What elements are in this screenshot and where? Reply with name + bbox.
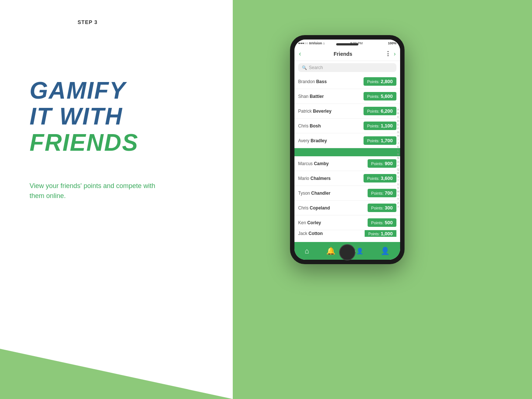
alpha-p[interactable]: P [397,164,399,167]
friend-name: Jack Cotton [298,231,323,236]
alpha-m[interactable]: M [397,153,399,156]
right-panel: ●●●○○ InVision ⌂ 8:00 PM 100% ‹ Friends … [233,0,532,399]
back-button[interactable]: ‹ [299,50,301,58]
alpha-s[interactable]: S [397,175,399,178]
friend-name: Brandon Bass [298,79,327,84]
list-item[interactable]: Mario Chalmers Points: 3,600 [294,171,400,186]
profile-tab-icon[interactable]: 👤 [381,246,390,255]
step-label: STEP 3 [78,19,98,25]
alpha-q[interactable]: Q [397,168,399,171]
alpha-d[interactable]: D [397,119,399,123]
alpha-y[interactable]: Y [397,197,399,201]
list-item[interactable]: Chris Bosh Points: 1,100 [294,119,400,133]
points-badge: Points: 1,700 [364,136,396,145]
alpha-hash[interactable]: # [398,205,399,208]
alpha-z[interactable]: Z [398,201,399,205]
headline: GAMIFY IT WITH FRIENDS [30,78,139,156]
section-divider-c [294,148,400,156]
subtext: View your friends' points and compete wi… [30,181,159,201]
search-icon: 🔍 [302,65,307,70]
list-item[interactable]: Shan Battier Points: 5,600 [294,89,400,104]
points-badge: Points: 900 [368,159,396,168]
alpha-b[interactable]: B [397,112,399,115]
friends-list: Brandon Bass Points: 2,800 Shan Battier … [294,74,400,242]
list-item[interactable]: Tyson Chandler Points: 700 [294,186,400,201]
list-item[interactable]: Avery Bradley Points: 1,700 [294,133,400,148]
nav-title: Friends [334,51,352,57]
list-item[interactable]: Jack Cotton Points: 1,000 [294,230,400,237]
points-badge: Points: 1,100 [364,122,396,130]
alpha-j[interactable]: J [398,141,399,145]
section-c-friends: Marcus Camby Points: 900 Mario Chalmers … [294,156,400,237]
nav-right-buttons: ⋮ › [385,50,396,57]
alpha-f[interactable]: F [398,127,399,130]
alpha-k[interactable]: K [397,145,399,149]
friend-name: Shan Battier [298,94,324,99]
search-input-wrapper[interactable]: 🔍 Search [298,63,396,72]
alpha-t[interactable]: T [398,179,399,182]
points-badge: Points: 700 [368,189,396,197]
alpha-a[interactable]: A [397,108,399,111]
friend-name: Mario Chalmers [298,176,331,181]
points-badge: Points: 3,600 [364,174,396,183]
alphabet-index[interactable]: A B C D E F G H I J K L M N O P Q [397,74,399,242]
section-a-friends: Brandon Bass Points: 2,800 Shan Battier … [294,74,400,148]
points-badge: Points: 300 [368,204,396,212]
list-item[interactable]: Brandon Bass Points: 2,800 [294,74,400,89]
alpha-x[interactable]: X [397,194,399,197]
alpha-o[interactable]: O [397,160,399,164]
points-badge: Points: 500 [368,218,396,227]
alpha-g[interactable]: G [397,130,399,134]
alpha-l[interactable]: L [398,149,399,152]
points-badge: Points: 6,200 [364,107,396,115]
points-badge: Points: 2,800 [364,77,396,86]
alpha-n[interactable]: N [397,156,399,160]
list-item[interactable]: Patrick Beverley Points: 6,200 [294,104,400,119]
nav-bar: ‹ Friends ⋮ › [294,47,400,61]
friend-name: Tyson Chandler [298,191,330,196]
alpha-u[interactable]: U [397,183,399,186]
notifications-tab-icon[interactable]: 🔔 [326,246,335,255]
alpha-e[interactable]: E [397,123,399,126]
list-item[interactable]: Marcus Camby Points: 900 [294,156,400,171]
left-panel: STEP 3 GAMIFY IT WITH FRIENDS View your … [0,0,233,399]
phone-home-button[interactable] [339,244,355,260]
friend-name-avery-bradley: Avery Bradley [298,138,327,143]
search-input[interactable]: Search [309,65,323,70]
alpha-h[interactable]: H [397,134,399,137]
status-battery: 100% [388,41,396,45]
alpha-i[interactable]: I [398,138,399,141]
phone-screen: ●●●○○ InVision ⌂ 8:00 PM 100% ‹ Friends … [294,40,400,260]
alpha-v[interactable]: V [397,186,399,190]
friend-name: Marcus Camby [298,161,329,166]
diagonal-decoration [0,273,233,399]
friend-name: Chris Copeland [298,205,330,211]
forward-button[interactable]: › [394,51,396,57]
friend-name: Patrick Beverley [298,109,331,114]
home-tab-icon[interactable]: ⌂ [305,247,309,255]
list-item[interactable]: Chris Copeland Points: 300 [294,201,400,215]
search-bar-container: 🔍 Search [294,61,400,74]
alpha-w[interactable]: W [397,190,399,193]
more-options-button[interactable]: ⋮ [385,50,391,57]
phone-speaker [336,43,358,45]
status-carrier: ●●●○○ InVision ⌂ [298,41,325,45]
friend-name: Ken Corley [298,220,321,225]
headline-gamify: GAMIFY [30,78,139,103]
phone-device: ●●●○○ InVision ⌂ 8:00 PM 100% ‹ Friends … [290,35,405,264]
headline-friends: FRIENDS [30,130,139,156]
list-item[interactable]: Ken Corley Points: 500 [294,215,400,230]
alpha-c[interactable]: C [397,115,399,119]
points-badge: Points: 5,600 [364,92,396,100]
friend-name: Chris Bosh [298,123,321,129]
points-badge: Points: 1,000 [365,230,396,237]
headline-itwith: IT WITH [30,103,139,129]
alpha-r[interactable]: R [397,171,399,175]
